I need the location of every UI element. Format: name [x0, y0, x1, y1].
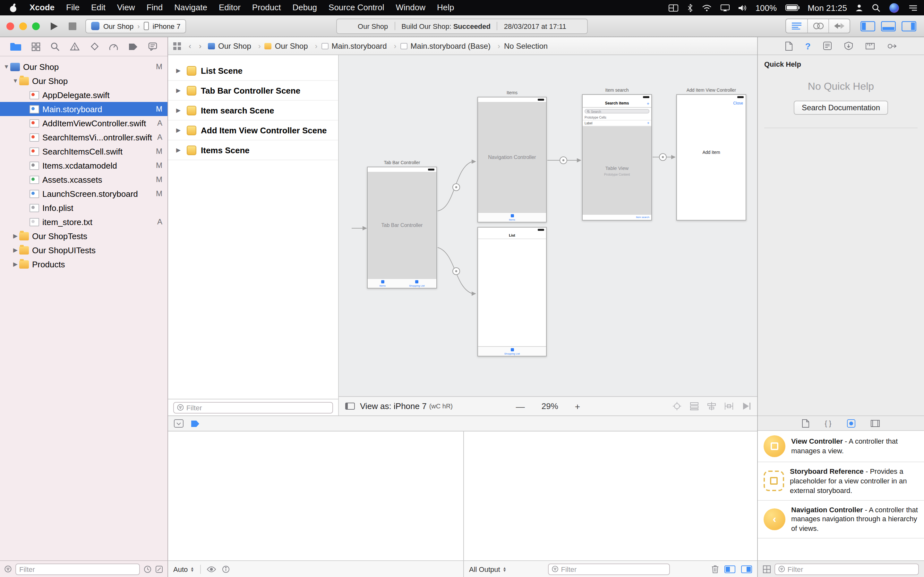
- outline-filter-field[interactable]: [173, 402, 333, 413]
- navigation-controller-body[interactable]: Navigation Controller: [478, 102, 546, 212]
- quick-help-inspector-icon[interactable]: ?: [805, 41, 811, 51]
- file-row-products-group[interactable]: Products: [0, 257, 168, 271]
- file-row-searchitemsviewcontroller[interactable]: SearchItemsVi...ontroller.swiftA: [0, 130, 168, 144]
- add-bar-button[interactable]: +: [647, 101, 649, 105]
- menubar-clock[interactable]: Mon 21:25: [804, 3, 851, 13]
- variables-scope-menu[interactable]: Auto▲▼: [173, 565, 194, 573]
- library-filter-field[interactable]: [774, 563, 919, 575]
- print-description-icon[interactable]: [222, 565, 229, 573]
- quicklook-eye-icon[interactable]: [206, 566, 216, 572]
- library-grid-view-icon[interactable]: [763, 565, 771, 573]
- align-icon[interactable]: [707, 402, 716, 410]
- debug-navigator-icon[interactable]: [109, 42, 118, 51]
- canvas-stage[interactable]: Tab Bar Controller Tab Bar Controller It…: [339, 55, 757, 396]
- toggle-navigator-button[interactable]: [861, 21, 875, 31]
- file-row-xcdatamodel[interactable]: Items.xcdatamodeldM: [0, 158, 168, 172]
- scene-row-list[interactable]: List Scene: [168, 61, 338, 81]
- breadcrumb-base[interactable]: Main.storyboard (Base): [401, 41, 504, 50]
- spotlight-icon[interactable]: [867, 3, 885, 12]
- library-filter-input[interactable]: [788, 565, 915, 573]
- navigation-bar[interactable]: Search items+: [583, 99, 651, 108]
- menu-edit[interactable]: Edit: [86, 0, 111, 15]
- wifi-icon[interactable]: [698, 4, 716, 11]
- menu-window[interactable]: Window: [390, 0, 431, 15]
- file-row-searchitemscell[interactable]: SearchItemsCell.swiftM: [0, 144, 168, 158]
- airplay-display-icon[interactable]: [716, 4, 734, 11]
- siri-icon[interactable]: [885, 3, 903, 13]
- library-item-navigation-controller[interactable]: ‹ Navigation Controller - A controller t…: [758, 500, 924, 538]
- add-item-label[interactable]: Add item: [677, 150, 746, 155]
- bluetooth-icon[interactable]: [683, 3, 698, 12]
- project-navigator-icon[interactable]: [10, 42, 21, 51]
- breadcrumb-group[interactable]: Our Shop: [265, 41, 321, 50]
- file-row-appdelegate[interactable]: AppDelegate.swift: [0, 88, 168, 102]
- view-as-label[interactable]: View as: iPhone 7: [360, 401, 427, 411]
- file-row-infoplist[interactable]: Info.plist: [0, 201, 168, 215]
- scene-row-itemsearch[interactable]: Item search Scene: [168, 101, 338, 121]
- search-bar[interactable]: Search: [583, 108, 651, 115]
- scm-status-icon[interactable]: [155, 565, 163, 573]
- object-library-icon[interactable]: [846, 419, 855, 427]
- scene-row-additem[interactable]: Add Item View Controller Scene: [168, 121, 338, 140]
- item-search-frame[interactable]: Item search Search items+ Search Prototy…: [582, 94, 652, 221]
- notification-center-icon[interactable]: [903, 4, 921, 11]
- library-item-storyboard-reference[interactable]: Storyboard Reference - Provides a placeh…: [758, 462, 924, 500]
- related-items-icon[interactable]: [173, 42, 181, 50]
- search-documentation-button[interactable]: Search Documentation: [794, 101, 888, 115]
- resolve-autolayout-icon[interactable]: [742, 402, 751, 410]
- menu-navigate[interactable]: Navigate: [168, 0, 213, 15]
- menu-help[interactable]: Help: [431, 0, 460, 15]
- tab-bar[interactable]: Items Shopping List: [368, 278, 436, 288]
- show-console-only-icon[interactable]: [741, 565, 752, 573]
- menu-file[interactable]: File: [60, 0, 86, 15]
- breakpoints-toggle-icon[interactable]: [191, 420, 200, 427]
- add-item-frame[interactable]: Add Item View Controller Close Add item: [676, 94, 746, 221]
- file-row-additemviewcontroller[interactable]: AddItemViewController.swiftA: [0, 116, 168, 130]
- toggle-debug-area-button[interactable]: [881, 21, 896, 31]
- zoom-in-button[interactable]: +: [575, 401, 580, 411]
- find-navigator-icon[interactable]: [51, 42, 60, 51]
- file-row-uitests-group[interactable]: Our ShopUITests: [0, 243, 168, 257]
- menu-xcode[interactable]: Xcode: [24, 0, 60, 15]
- file-row-itemstore[interactable]: item_store.txtA: [0, 215, 168, 229]
- console-output-menu[interactable]: All Output▲▼: [469, 565, 507, 573]
- display-panes-icon[interactable]: [664, 4, 683, 11]
- navigator-filter-input[interactable]: [19, 565, 136, 573]
- close-button[interactable]: Close: [733, 101, 743, 105]
- storyboard-canvas[interactable]: Tab Bar Controller Tab Bar Controller It…: [339, 55, 757, 416]
- menu-view[interactable]: View: [111, 0, 141, 15]
- attributes-inspector-icon[interactable]: [845, 42, 853, 50]
- variables-view-body[interactable]: [168, 432, 463, 560]
- update-frames-icon[interactable]: [672, 402, 682, 410]
- tab-bar[interactable]: Shopping List: [478, 346, 546, 356]
- size-inspector-icon[interactable]: [866, 43, 875, 49]
- standard-editor-button[interactable]: [786, 19, 807, 33]
- library-item-view-controller[interactable]: View Controller - A controller that mana…: [758, 431, 924, 462]
- file-row-group[interactable]: Our Shop: [0, 74, 168, 88]
- show-variables-only-icon[interactable]: [724, 565, 735, 573]
- file-template-library-icon[interactable]: [803, 419, 809, 427]
- table-view-body[interactable]: Table View Prototype Content: [583, 126, 651, 215]
- dock-bar[interactable]: Items: [478, 212, 546, 222]
- identity-inspector-icon[interactable]: [824, 42, 832, 50]
- go-forward-button[interactable]: ›: [199, 41, 202, 50]
- pin-icon[interactable]: [724, 402, 733, 410]
- recent-files-clock-icon[interactable]: [144, 565, 152, 573]
- zoom-level[interactable]: 29%: [541, 401, 558, 411]
- volume-icon[interactable]: [734, 4, 752, 11]
- file-row-launchscreen[interactable]: LaunchScreen.storyboardM: [0, 187, 168, 201]
- outline-filter-input[interactable]: [186, 404, 329, 411]
- test-navigator-icon[interactable]: [90, 42, 99, 51]
- file-row-tests-group[interactable]: Our ShopTests: [0, 229, 168, 243]
- scene-row-tabbar[interactable]: Tab Bar Controller Scene: [168, 81, 338, 101]
- issue-navigator-icon[interactable]: [70, 42, 80, 51]
- menu-product[interactable]: Product: [246, 0, 287, 15]
- console-filter-field[interactable]: [548, 563, 670, 575]
- version-editor-button[interactable]: [829, 19, 850, 33]
- run-button[interactable]: [50, 21, 58, 31]
- breadcrumb-selection[interactable]: No Selection: [504, 41, 548, 50]
- go-back-button[interactable]: ‹: [189, 41, 191, 50]
- list-frame[interactable]: List Shopping List: [477, 227, 547, 356]
- code-snippet-library-icon[interactable]: { }: [825, 419, 832, 427]
- connections-inspector-icon[interactable]: [888, 42, 897, 50]
